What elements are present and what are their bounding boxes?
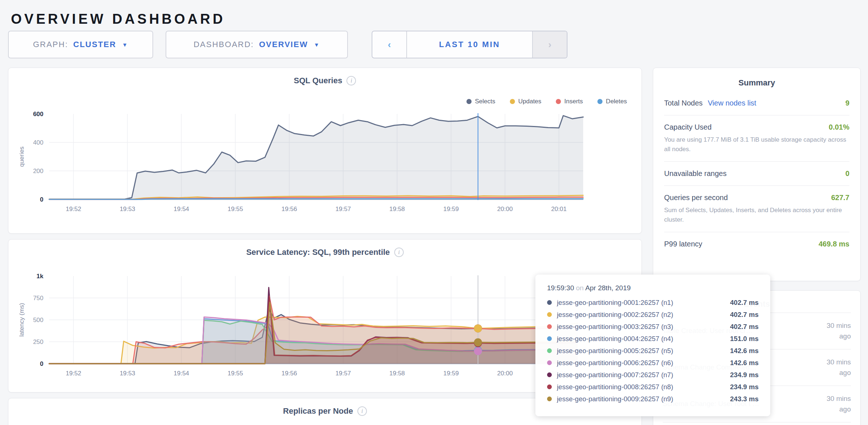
node-color-dot bbox=[547, 312, 552, 317]
node-color-dot bbox=[547, 336, 552, 341]
legend-item[interactable]: Selects bbox=[466, 98, 495, 105]
sql-queries-title: SQL Queries bbox=[294, 76, 342, 85]
sql-queries-legend: SelectsUpdatesInsertsDeletes bbox=[466, 98, 627, 105]
event-row[interactable]: Table Created: User root cr…30 mins ago bbox=[663, 422, 851, 425]
time-range-selector: ‹ LAST 10 MIN › bbox=[372, 31, 567, 58]
dashboard-dropdown-label: DASHBOARD: bbox=[194, 40, 254, 49]
tooltip-node-row: jesse-geo-partitioning-0001:26257 (n1)40… bbox=[547, 296, 759, 309]
node-latency-value: 234.9 ms bbox=[730, 383, 759, 391]
summary-row-qps: Queries per second 627.7 Sum of Selects,… bbox=[664, 186, 849, 232]
svg-text:250: 250 bbox=[33, 338, 43, 345]
svg-text:19:57: 19:57 bbox=[336, 206, 351, 212]
node-name: jesse-geo-partitioning-0001:26257 (n1) bbox=[557, 299, 673, 307]
svg-text:19:54: 19:54 bbox=[174, 370, 189, 377]
svg-text:400: 400 bbox=[33, 139, 43, 146]
event-time: 30 mins ago bbox=[814, 393, 851, 415]
node-color-dot bbox=[547, 360, 552, 365]
svg-text:19:58: 19:58 bbox=[390, 206, 405, 212]
summary-row-total-nodes: Total Nodes View nodes list 9 bbox=[664, 91, 849, 115]
toolbar: GRAPH: CLUSTER ▼ DASHBOARD: OVERVIEW ▼ ‹… bbox=[8, 31, 567, 58]
legend-label: Selects bbox=[475, 98, 495, 105]
legend-label: Inserts bbox=[564, 98, 583, 105]
node-color-dot bbox=[547, 300, 552, 305]
info-icon[interactable]: i bbox=[394, 248, 404, 257]
svg-text:200: 200 bbox=[33, 168, 43, 175]
node-name: jesse-geo-partitioning-0005:26257 (n5) bbox=[557, 347, 673, 355]
replicas-per-node-title: Replicas per Node bbox=[283, 406, 353, 416]
node-latency-value: 402.7 ms bbox=[730, 311, 759, 319]
time-range-value[interactable]: LAST 10 MIN bbox=[407, 31, 532, 58]
unavailable-ranges-label: Unavailable ranges bbox=[664, 169, 726, 178]
legend-item[interactable]: Inserts bbox=[556, 98, 583, 105]
node-name: jesse-geo-partitioning-0004:26257 (n4) bbox=[557, 335, 673, 343]
p99-latency-value: 469.8 ms bbox=[818, 240, 849, 248]
p99-latency-label: P99 latency bbox=[664, 240, 702, 248]
capacity-used-description: You are using 177.7 MiB of 3.1 TiB usabl… bbox=[664, 135, 849, 154]
svg-text:19:57: 19:57 bbox=[336, 370, 351, 377]
node-latency-value: 234.9 ms bbox=[730, 371, 759, 379]
view-nodes-list-link[interactable]: View nodes list bbox=[708, 99, 756, 107]
svg-text:600: 600 bbox=[33, 111, 43, 118]
sql-queries-card: SQL Queries i SelectsUpdatesInsertsDelet… bbox=[8, 68, 642, 234]
svg-text:19:55: 19:55 bbox=[228, 206, 243, 212]
node-color-dot bbox=[547, 372, 552, 377]
chevron-down-icon: ▼ bbox=[314, 42, 320, 48]
dashboard-dropdown-value: OVERVIEW bbox=[259, 40, 308, 49]
legend-item[interactable]: Updates bbox=[510, 98, 541, 105]
svg-text:queries: queries bbox=[18, 146, 25, 167]
service-latency-title: Service Latency: SQL, 99th percentile bbox=[246, 248, 390, 257]
graph-dropdown[interactable]: GRAPH: CLUSTER ▼ bbox=[8, 31, 153, 58]
tooltip-node-row: jesse-geo-partitioning-0007:26257 (n7)23… bbox=[547, 369, 759, 381]
svg-text:19:59: 19:59 bbox=[443, 206, 459, 212]
svg-text:19:56: 19:56 bbox=[282, 206, 297, 212]
svg-text:19:52: 19:52 bbox=[66, 370, 81, 377]
svg-text:19:59: 19:59 bbox=[443, 370, 459, 377]
sql-queries-chart[interactable]: 19:5219:5319:5419:5519:5619:5719:5819:59… bbox=[8, 93, 641, 234]
node-name: jesse-geo-partitioning-0002:26257 (n2) bbox=[557, 311, 673, 319]
graph-dropdown-value: CLUSTER bbox=[73, 40, 116, 49]
node-latency-value: 151.0 ms bbox=[730, 335, 759, 343]
time-range-next-button[interactable]: › bbox=[532, 31, 567, 58]
legend-dot bbox=[556, 99, 561, 104]
event-time: 30 mins ago bbox=[814, 357, 851, 378]
legend-item[interactable]: Deletes bbox=[597, 98, 627, 105]
node-name: jesse-geo-partitioning-0006:26257 (n6) bbox=[557, 359, 673, 367]
tooltip-node-row: jesse-geo-partitioning-0005:26257 (n5)14… bbox=[547, 345, 759, 357]
summary-row-unavailable-ranges: Unavailable ranges 0 bbox=[664, 162, 849, 186]
node-color-dot bbox=[547, 324, 552, 329]
node-name: jesse-geo-partitioning-0008:26257 (n8) bbox=[557, 383, 673, 391]
capacity-used-value: 0.01% bbox=[829, 123, 849, 131]
unavailable-ranges-value: 0 bbox=[845, 169, 849, 178]
node-latency-value: 402.7 ms bbox=[730, 323, 759, 331]
tooltip-node-row: jesse-geo-partitioning-0009:26257 (n9)24… bbox=[547, 393, 759, 405]
svg-text:19:52: 19:52 bbox=[66, 206, 81, 212]
queries-per-second-description: Sum of Selects, Updates, Inserts, and De… bbox=[664, 206, 849, 224]
svg-text:750: 750 bbox=[33, 295, 43, 302]
dashboard-dropdown[interactable]: DASHBOARD: OVERVIEW ▼ bbox=[166, 31, 348, 58]
svg-text:19:56: 19:56 bbox=[282, 370, 297, 377]
node-latency-value: 402.7 ms bbox=[730, 299, 759, 307]
info-icon[interactable]: i bbox=[357, 406, 367, 416]
time-range-prev-button[interactable]: ‹ bbox=[372, 31, 407, 58]
tooltip-node-row: jesse-geo-partitioning-0006:26257 (n6)14… bbox=[547, 357, 759, 369]
summary-panel: Summary Total Nodes View nodes list 9 Ca… bbox=[653, 68, 861, 281]
svg-text:20:00: 20:00 bbox=[497, 370, 513, 377]
tooltip-node-row: jesse-geo-partitioning-0002:26257 (n2)40… bbox=[547, 309, 759, 321]
summary-row-capacity: Capacity Used 0.01% You are using 177.7 … bbox=[664, 115, 849, 162]
tooltip-node-row: jesse-geo-partitioning-0003:26257 (n3)40… bbox=[547, 321, 759, 333]
svg-text:20:00: 20:00 bbox=[497, 206, 513, 212]
chevron-down-icon: ▼ bbox=[122, 42, 128, 48]
info-icon[interactable]: i bbox=[346, 76, 356, 85]
node-latency-value: 243.3 ms bbox=[730, 395, 759, 403]
svg-text:19:58: 19:58 bbox=[390, 370, 405, 377]
capacity-used-label: Capacity Used bbox=[664, 123, 712, 131]
queries-per-second-label: Queries per second bbox=[664, 194, 728, 202]
node-name: jesse-geo-partitioning-0009:26257 (n9) bbox=[557, 395, 673, 403]
event-time: 30 mins ago bbox=[814, 320, 851, 342]
node-name: jesse-geo-partitioning-0007:26257 (n7) bbox=[557, 371, 673, 379]
summary-row-p99: P99 latency 469.8 ms bbox=[664, 232, 849, 256]
node-color-dot bbox=[547, 348, 552, 353]
svg-text:19:55: 19:55 bbox=[228, 370, 243, 377]
tooltip-rows: jesse-geo-partitioning-0001:26257 (n1)40… bbox=[547, 296, 759, 405]
svg-text:19:54: 19:54 bbox=[174, 206, 189, 212]
